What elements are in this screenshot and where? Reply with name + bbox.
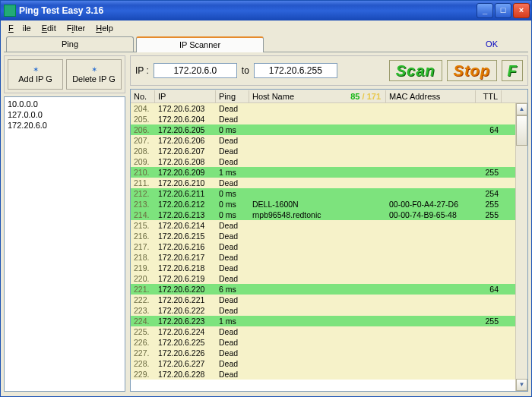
left-panel: ✶ Add IP G ✶ Delete IP G 10.0.0.0127.0.0… <box>4 55 125 392</box>
ipg-item[interactable]: 172.20.6.0 <box>8 120 122 131</box>
menu-file[interactable]: File <box>4 23 36 33</box>
table-row[interactable]: 210.172.20.6.2091 ms255 <box>131 167 527 178</box>
titlebar[interactable]: Ping Test Easy 3.16 _ □ × <box>1 1 531 20</box>
table-row[interactable]: 213.172.20.6.2120 msDELL-1600N00-00-F0-A… <box>131 199 527 210</box>
add-ipg-button[interactable]: ✶ Add IP G <box>8 59 63 90</box>
ip-from-input[interactable] <box>154 63 237 78</box>
delete-icon: ✶ <box>91 65 97 74</box>
col-ping[interactable]: Ping <box>216 90 249 102</box>
scrollbar[interactable]: ▲ ▼ <box>515 103 527 391</box>
status-ok: OK <box>486 39 498 49</box>
grid-body[interactable]: ▲ ▼ 204.172.20.6.203Dead205.172.20.6.204… <box>131 103 527 391</box>
table-row[interactable]: 221.172.20.6.2206 ms64 <box>131 284 527 295</box>
table-row[interactable]: 222.172.20.6.221Dead <box>131 295 527 305</box>
f-button[interactable]: F <box>502 60 523 81</box>
table-row[interactable]: 225.172.20.6.224Dead <box>131 326 527 337</box>
menu-edit[interactable]: Edit <box>37 23 61 33</box>
table-row[interactable]: 219.172.20.6.218Dead <box>131 263 527 273</box>
add-icon: ✶ <box>33 65 39 74</box>
window-title: Ping Test Easy 3.16 <box>19 5 103 16</box>
table-row[interactable]: 229.172.20.6.228Dead <box>131 369 527 380</box>
menu-filter[interactable]: Filter <box>62 23 90 33</box>
col-host[interactable]: Host Name 85 / 171 <box>249 90 386 102</box>
table-row[interactable]: 206.172.20.6.2050 ms64 <box>131 124 527 135</box>
col-no[interactable]: No. <box>131 90 155 102</box>
scroll-thumb[interactable] <box>516 115 527 146</box>
col-ip[interactable]: IP <box>155 90 216 102</box>
scan-config: IP : to Scan Stop F <box>130 55 528 86</box>
close-button[interactable]: × <box>513 3 530 18</box>
ipg-toolbar: ✶ Add IP G ✶ Delete IP G <box>4 55 125 93</box>
ipg-item[interactable]: 127.0.0.0 <box>8 109 122 120</box>
table-row[interactable]: 226.172.20.6.225Dead <box>131 337 527 348</box>
stop-button[interactable]: Stop <box>447 60 497 81</box>
scan-button[interactable]: Scan <box>389 60 442 81</box>
menu-help[interactable]: Help <box>91 23 118 33</box>
table-row[interactable]: 208.172.20.6.207Dead <box>131 146 527 156</box>
table-row[interactable]: 216.172.20.6.215Dead <box>131 231 527 241</box>
table-row[interactable]: 223.172.20.6.222Dead <box>131 305 527 316</box>
ip-label: IP : <box>135 65 149 76</box>
tab-ip-scanner[interactable]: IP Scanner <box>136 36 264 52</box>
minimize-button[interactable]: _ <box>477 3 493 18</box>
table-row[interactable]: 218.172.20.6.217Dead <box>131 252 527 263</box>
col-mac[interactable]: MAC Address <box>386 90 476 102</box>
table-row[interactable]: 212.172.20.6.2110 ms254 <box>131 188 527 199</box>
to-label: to <box>242 65 249 76</box>
delete-ipg-button[interactable]: ✶ Delete IP G <box>66 59 122 90</box>
table-row[interactable]: 217.172.20.6.216Dead <box>131 241 527 252</box>
menubar: File Edit Filter Help <box>1 20 531 36</box>
ip-to-input[interactable] <box>254 63 337 78</box>
ipg-list[interactable]: 10.0.0.0127.0.0.0172.20.6.0 <box>4 96 125 392</box>
scroll-down-icon[interactable]: ▼ <box>516 379 527 391</box>
maximize-button[interactable]: □ <box>495 3 511 18</box>
table-row[interactable]: 224.172.20.6.2231 ms255 <box>131 316 527 326</box>
table-row[interactable]: 215.172.20.6.214Dead <box>131 220 527 231</box>
app-icon <box>4 5 16 17</box>
tab-row: Ping IP Scanner OK <box>4 36 528 52</box>
table-row[interactable]: 220.172.20.6.219Dead <box>131 273 527 284</box>
alive-count: 85 / 171 <box>350 92 382 101</box>
results-grid: No. IP Ping Host Name 85 / 171 MAC Addre… <box>130 89 528 392</box>
grid-header[interactable]: No. IP Ping Host Name 85 / 171 MAC Addre… <box>131 90 527 103</box>
col-ttl[interactable]: TTL <box>476 90 502 102</box>
ipg-item[interactable]: 10.0.0.0 <box>8 99 122 109</box>
app-window: Ping Test Easy 3.16 _ □ × File Edit Filt… <box>0 0 532 397</box>
table-row[interactable]: 207.172.20.6.206Dead <box>131 135 527 146</box>
table-row[interactable]: 227.172.20.6.226Dead <box>131 348 527 358</box>
right-panel: IP : to Scan Stop F No. IP Ping Ho <box>130 55 528 392</box>
tab-ping[interactable]: Ping <box>6 36 134 52</box>
table-row[interactable]: 209.172.20.6.208Dead <box>131 156 527 167</box>
table-row[interactable]: 228.172.20.6.227Dead <box>131 358 527 369</box>
table-row[interactable]: 204.172.20.6.203Dead <box>131 103 527 114</box>
table-row[interactable]: 211.172.20.6.210Dead <box>131 178 527 188</box>
scroll-up-icon[interactable]: ▲ <box>516 103 527 115</box>
table-row[interactable]: 214.172.20.6.2130 msrnpb96548.redtonic00… <box>131 210 527 220</box>
table-row[interactable]: 205.172.20.6.204Dead <box>131 114 527 124</box>
